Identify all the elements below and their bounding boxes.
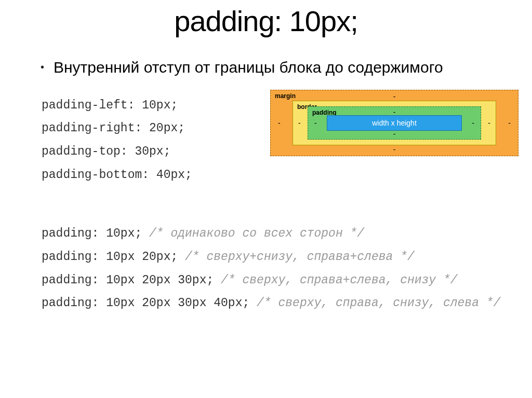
bullet-item: • Внутренний отступ от границы блока до …	[41, 58, 501, 77]
content-label: width x height	[372, 119, 417, 127]
shorthand-line: padding: 10px; /* одинаково со всех стор…	[42, 222, 501, 245]
dash-mark: -	[278, 119, 281, 127]
shorthand-line: padding: 10px 20px 30px; /* сверху, спра…	[42, 269, 501, 292]
dash-mark: -	[393, 130, 396, 138]
box-model-diagram: margin - - - - border - - padding - - -	[270, 90, 518, 156]
dash-mark: -	[508, 119, 511, 127]
bullet-text: Внутренний отступ от границы блока до со…	[54, 58, 443, 77]
code-line: padding-left: 10px;	[42, 94, 270, 117]
shorthand-code: padding: 10px 20px;	[42, 250, 178, 264]
shorthand-comment: /* сверху+снизу, справа+слева */	[185, 250, 415, 264]
content-box: width x height	[327, 115, 462, 131]
padding-box: padding - - - - width x height	[308, 106, 481, 140]
code-line: padding-top: 30px;	[42, 140, 270, 163]
dash-mark: -	[472, 119, 474, 127]
shorthand-code: padding: 10px;	[42, 227, 142, 240]
shorthand-line: padding: 10px 20px; /* сверху+снизу, спр…	[42, 245, 501, 269]
dash-mark: -	[298, 119, 301, 127]
dash-mark: -	[393, 145, 396, 154]
dash-mark: -	[393, 92, 396, 101]
shorthand-code: padding: 10px 20px 30px 40px;	[42, 296, 249, 310]
border-box: border - - padding - - - - width x heigh…	[292, 101, 496, 145]
dash-mark: -	[488, 119, 490, 127]
shorthand-comment: /* сверху, справа+слева, снизу */	[221, 273, 457, 287]
dash-mark: -	[314, 119, 317, 127]
shorthand-line: padding: 10px 20px 30px 40px; /* сверху,…	[42, 292, 501, 315]
slide-title: padding: 10px;	[31, 4, 501, 38]
shorthand-code: padding: 10px 20px 30px;	[42, 273, 214, 287]
code-longhand-block: padding-left: 10px; padding-right: 20px;…	[31, 94, 270, 187]
code-line: padding-bottom: 40px;	[42, 163, 270, 187]
shorthand-comment: /* сверху, справа, снизу, слева */	[257, 296, 500, 310]
code-line: padding-right: 20px;	[42, 117, 270, 140]
bullet-dot-icon: •	[41, 58, 44, 76]
margin-box: margin - - - - border - - padding - - -	[270, 90, 518, 156]
shorthand-comment: /* одинаково со всех сторон */	[149, 227, 364, 240]
margin-label: margin	[275, 92, 296, 100]
code-shorthand-block: padding: 10px; /* одинаково со всех стор…	[31, 222, 501, 315]
